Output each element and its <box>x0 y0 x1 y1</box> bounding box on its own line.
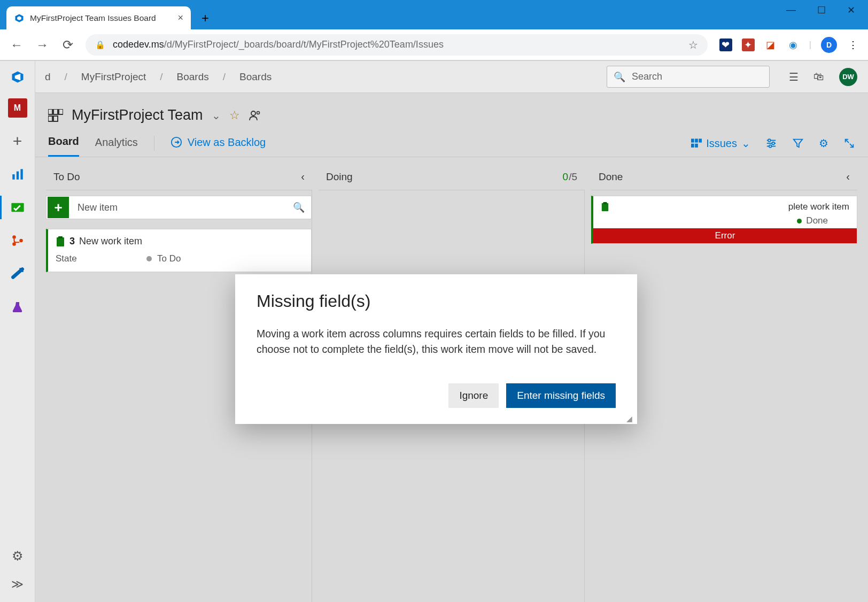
filter-icon[interactable] <box>792 137 804 149</box>
column-collapse-icon[interactable]: ‹ <box>301 171 305 183</box>
backlog-level-dropdown[interactable]: Issues ⌄ <box>691 137 750 150</box>
svg-rect-32 <box>602 203 608 211</box>
column-collapse-icon[interactable]: ‹ <box>846 171 850 183</box>
column-title-doing: Doing <box>326 171 353 183</box>
nav-back-icon[interactable]: ← <box>9 37 25 52</box>
team-picker-chevron-icon[interactable]: ⌄ <box>212 109 221 122</box>
breadcrumb-org[interactable]: d <box>41 68 55 86</box>
top-bar: d / MyFirstProject / Boards / Boards 🔍 S… <box>35 61 868 93</box>
svg-rect-12 <box>53 109 58 114</box>
settings-sliders-icon[interactable] <box>765 137 777 149</box>
user-avatar[interactable]: DW <box>839 68 857 86</box>
svg-rect-5 <box>16 172 18 180</box>
breadcrumb-project[interactable]: MyFirstProject <box>77 68 150 86</box>
svg-rect-21 <box>699 138 702 142</box>
collapse-rail-icon[interactable]: ≫ <box>11 577 24 591</box>
fullscreen-icon[interactable] <box>843 137 855 149</box>
nav-forward-icon[interactable]: → <box>34 37 50 52</box>
svg-rect-31 <box>58 236 63 238</box>
extension-shield-icon[interactable]: ◉ <box>787 38 800 51</box>
extension-icons: ❤ ✦ ◪ ◉ | D ⋮ <box>717 37 859 53</box>
list-view-icon[interactable]: ☰ <box>789 71 799 83</box>
search-placeholder: Search <box>632 71 662 82</box>
view-as-backlog-link[interactable]: View as Backlog <box>170 136 266 156</box>
address-bar[interactable]: 🔒 codedev.ms/d/MyFirstProject/_boards/bo… <box>86 34 708 56</box>
svg-rect-13 <box>59 109 63 114</box>
pipelines-nav-icon[interactable] <box>8 264 27 283</box>
lock-icon: 🔒 <box>95 40 105 50</box>
url-path: /d/MyFirstProject/_boards/board/t/MyFirs… <box>164 39 444 50</box>
work-item-card[interactable]: 3 New work item State To Do <box>46 229 312 272</box>
board-settings-gear-icon[interactable]: ⚙ <box>819 137 828 150</box>
add-item-plus-icon[interactable]: + <box>48 197 69 218</box>
boards-nav-icon[interactable] <box>8 198 27 217</box>
state-value: To Do <box>157 253 181 264</box>
marketplace-icon[interactable]: 🛍 <box>813 71 824 83</box>
tab-analytics[interactable]: Analytics <box>95 136 138 156</box>
new-item-input[interactable]: + New item 🔍 <box>46 196 312 219</box>
board-right-controls: Issues ⌄ ⚙ <box>691 137 855 155</box>
tab-close-icon[interactable]: × <box>177 12 183 24</box>
devops-favicon-icon <box>14 13 25 24</box>
svg-rect-11 <box>48 109 52 114</box>
work-item-title: plete work item <box>788 202 849 212</box>
extension-red-icon[interactable]: ✦ <box>742 38 755 51</box>
work-item-card-done[interactable]: xx plete work item Done Error <box>591 196 857 244</box>
window-minimize-icon[interactable]: — <box>786 4 796 16</box>
ignore-button[interactable]: Ignore <box>448 383 499 408</box>
nav-reload-icon[interactable]: ⟳ <box>60 37 76 52</box>
work-item-id: 3 <box>69 236 75 247</box>
svg-point-16 <box>251 111 255 115</box>
browser-profile-avatar[interactable]: D <box>821 37 837 53</box>
browser-tab-title: MyFirstProject Team Issues Board <box>30 13 156 23</box>
work-item-title: New work item <box>79 236 142 247</box>
browser-tab[interactable]: MyFirstProject Team Issues Board × <box>6 6 191 29</box>
browser-titlebar: MyFirstProject Team Issues Board × + — ☐… <box>0 0 868 29</box>
board-header: MyFirstProject Team ⌄ ☆ <box>35 93 868 124</box>
svg-point-17 <box>257 111 259 114</box>
project-tile[interactable]: M <box>8 98 27 118</box>
svg-rect-15 <box>53 116 58 121</box>
url-host: codedev.ms <box>113 39 164 50</box>
new-tab-button[interactable]: + <box>196 9 214 27</box>
svg-rect-33 <box>603 202 607 204</box>
team-members-icon[interactable] <box>249 109 261 122</box>
wip-indicator: 0/5 <box>563 171 577 183</box>
browser-menu-icon[interactable]: ⋮ <box>847 38 859 51</box>
enter-missing-fields-button[interactable]: Enter missing fields <box>506 383 616 408</box>
svg-rect-23 <box>695 144 698 148</box>
repos-nav-icon[interactable] <box>8 231 27 250</box>
svg-point-10 <box>19 239 23 243</box>
new-item-placeholder: New item <box>78 202 118 213</box>
dialog-resize-handle-icon[interactable]: ◢ <box>626 414 635 423</box>
favorite-star-icon[interactable]: ☆ <box>229 109 240 122</box>
search-input[interactable]: 🔍 Search <box>607 66 770 88</box>
bookmark-star-icon[interactable]: ☆ <box>688 38 698 51</box>
azure-devops-logo-icon[interactable] <box>10 70 25 84</box>
add-button[interactable]: + <box>8 132 27 151</box>
breadcrumb-page[interactable]: Boards <box>235 68 276 86</box>
breadcrumb-section[interactable]: Boards <box>173 68 213 86</box>
column-title-done: Done <box>599 171 623 183</box>
svg-point-27 <box>768 139 771 142</box>
window-close-icon[interactable]: ✕ <box>847 4 855 16</box>
state-dot-icon <box>146 256 152 261</box>
state-field-label: State <box>56 253 146 264</box>
svg-point-8 <box>12 235 16 239</box>
svg-rect-22 <box>691 144 694 148</box>
svg-rect-6 <box>20 169 22 180</box>
window-maximize-icon[interactable]: ☐ <box>817 4 826 16</box>
project-settings-icon[interactable]: ⚙ <box>12 549 24 564</box>
browser-toolbar: ← → ⟳ 🔒 codedev.ms/d/MyFirstProject/_boa… <box>0 29 868 60</box>
svg-point-29 <box>769 145 772 148</box>
test-plans-nav-icon[interactable] <box>8 297 27 317</box>
chevron-down-icon: ⌄ <box>741 137 750 150</box>
tab-board[interactable]: Board <box>48 135 79 157</box>
extension-heart-icon[interactable]: ❤ <box>719 38 732 51</box>
svg-rect-20 <box>695 138 698 142</box>
extension-office-icon[interactable]: ◪ <box>764 38 777 51</box>
card-error-banner: Error <box>593 228 857 243</box>
overview-nav-icon[interactable] <box>8 165 27 184</box>
dialog-body: Moving a work item across columns requir… <box>257 326 616 358</box>
card-search-icon[interactable]: 🔍 <box>293 202 305 213</box>
